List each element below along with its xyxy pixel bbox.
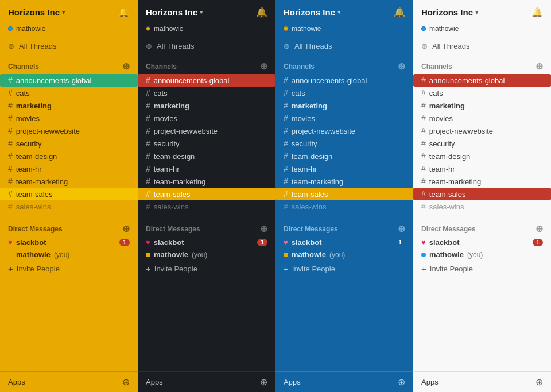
channel-item[interactable]: # team-marketing (276, 175, 413, 188)
dm-item[interactable]: ♥ slackbot 1 (0, 236, 138, 249)
channel-item[interactable]: # marketing (413, 99, 551, 112)
apps-item[interactable]: Apps ⊕ (0, 371, 138, 392)
workspace-info[interactable]: Horizons Inc ▾ (421, 7, 479, 17)
channel-item[interactable]: # sales-wins (413, 200, 551, 213)
channel-item[interactable]: # team-design (413, 150, 551, 162)
apps-item[interactable]: Apps ⊕ (138, 371, 276, 392)
bell-icon[interactable]: 🔔 (394, 7, 405, 18)
hash-icon: # (146, 88, 150, 98)
channel-item[interactable]: # security (276, 137, 413, 150)
add-channel-icon[interactable]: ⊕ (260, 61, 267, 72)
channel-item[interactable]: # team-marketing (0, 175, 138, 188)
channel-item[interactable]: # movies (413, 112, 551, 125)
channel-item[interactable]: # team-design (0, 150, 138, 162)
user-status[interactable]: mathowie (276, 24, 413, 38)
add-channel-icon[interactable]: ⊕ (398, 61, 405, 72)
apps-label: Apps (421, 378, 439, 386)
apps-item[interactable]: Apps ⊕ (413, 371, 551, 392)
channel-item[interactable]: # announcements-global (413, 74, 551, 87)
dm-item[interactable]: mathowie (you) (413, 249, 551, 261)
channel-item[interactable]: # cats (276, 87, 413, 99)
channel-item[interactable]: # project-newwebsite (138, 125, 276, 137)
channel-item[interactable]: # movies (276, 112, 413, 125)
dm-label: Direct Messages (284, 225, 338, 233)
workspace-info[interactable]: Horizons Inc ▾ (146, 7, 203, 17)
status-dot-icon (284, 26, 288, 31)
dm-item[interactable]: ♥ slackbot 1 (413, 236, 551, 249)
dm-item[interactable]: ♥ slackbot 1 (138, 236, 276, 249)
channel-item[interactable]: # announcements-global (138, 74, 276, 87)
channel-item[interactable]: # sales-wins (0, 200, 138, 213)
add-channel-icon[interactable]: ⊕ (122, 61, 130, 72)
channel-name-label: team-hr (292, 165, 317, 173)
channel-item[interactable]: # security (0, 137, 138, 150)
channel-item[interactable]: # team-hr (276, 162, 413, 175)
workspace-info[interactable]: Horizons Inc ▾ (8, 7, 65, 17)
channel-item[interactable]: # team-hr (0, 162, 138, 175)
channel-item[interactable]: # team-design (276, 150, 413, 162)
channel-item[interactable]: # sales-wins (138, 200, 276, 213)
channel-item[interactable]: # marketing (138, 99, 276, 112)
add-apps-icon[interactable]: ⊕ (260, 377, 267, 387)
channel-item[interactable]: # team-sales (276, 188, 413, 200)
invite-people-item[interactable]: + Invite People (0, 261, 138, 277)
add-apps-icon[interactable]: ⊕ (122, 377, 130, 387)
hash-icon: # (421, 76, 426, 85)
all-threads-item[interactable]: ⊜ All Threads (0, 38, 138, 54)
hash-icon: # (284, 164, 288, 173)
invite-people-item[interactable]: + Invite People (276, 261, 413, 277)
dm-item[interactable]: mathowie (you) (276, 249, 413, 261)
hash-icon: # (146, 189, 150, 199)
bell-icon[interactable]: 🔔 (118, 7, 130, 18)
all-threads-item[interactable]: ⊜ All Threads (276, 38, 413, 54)
unread-badge: 1 (395, 239, 405, 246)
channel-item[interactable]: # movies (138, 112, 276, 125)
channel-item[interactable]: # security (413, 137, 551, 150)
workspace-info[interactable]: Horizons Inc ▾ (284, 7, 341, 17)
all-threads-item[interactable]: ⊜ All Threads (138, 38, 276, 54)
invite-people-item[interactable]: + Invite People (138, 261, 276, 277)
user-status[interactable]: mathowie (138, 24, 276, 38)
add-channel-icon[interactable]: ⊕ (536, 61, 543, 72)
channel-item[interactable]: # security (138, 137, 276, 150)
dm-item[interactable]: ♥ slackbot 1 (276, 236, 413, 249)
hash-icon: # (284, 202, 288, 211)
add-dm-icon[interactable]: ⊕ (122, 223, 130, 234)
channel-item[interactable]: # team-hr (138, 162, 276, 175)
channel-item[interactable]: # cats (0, 87, 138, 99)
dm-item[interactable]: mathowie (you) (138, 249, 276, 261)
channel-item[interactable]: # announcements-global (0, 74, 138, 87)
apps-item[interactable]: Apps ⊕ (276, 371, 413, 392)
channel-item[interactable]: # marketing (276, 99, 413, 112)
bell-icon[interactable]: 🔔 (256, 7, 267, 18)
channel-item[interactable]: # team-sales (138, 188, 276, 200)
all-threads-item[interactable]: ⊜ All Threads (413, 38, 551, 54)
channel-item[interactable]: # team-hr (413, 162, 551, 175)
add-dm-icon[interactable]: ⊕ (398, 223, 405, 234)
channel-item[interactable]: # team-sales (0, 188, 138, 200)
channel-item[interactable]: # sales-wins (276, 200, 413, 213)
invite-people-item[interactable]: + Invite People (413, 261, 551, 277)
channel-item[interactable]: # movies (0, 112, 138, 125)
add-dm-icon[interactable]: ⊕ (536, 223, 543, 234)
channels-label: Channels (146, 63, 177, 71)
channel-item[interactable]: # team-marketing (138, 175, 276, 188)
user-status[interactable]: mathowie (413, 24, 551, 38)
dm-item[interactable]: mathowie (you) (0, 249, 138, 261)
channel-item[interactable]: # cats (138, 87, 276, 99)
user-status[interactable]: mathowie (0, 24, 138, 38)
bell-icon[interactable]: 🔔 (531, 7, 543, 18)
add-apps-icon[interactable]: ⊕ (398, 377, 405, 387)
add-apps-icon[interactable]: ⊕ (536, 377, 543, 387)
channel-item[interactable]: # project-newwebsite (0, 125, 138, 137)
dm-name-label: slackbot (154, 238, 184, 247)
channel-item[interactable]: # team-marketing (413, 175, 551, 188)
channel-item[interactable]: # project-newwebsite (276, 125, 413, 137)
channel-item[interactable]: # cats (413, 87, 551, 99)
channel-item[interactable]: # marketing (0, 99, 138, 112)
channel-item[interactable]: # team-design (138, 150, 276, 162)
channel-item[interactable]: # announcements-global (276, 74, 413, 87)
add-dm-icon[interactable]: ⊕ (260, 223, 267, 234)
channel-item[interactable]: # team-sales (413, 188, 551, 200)
channel-item[interactable]: # project-newwebsite (413, 125, 551, 137)
